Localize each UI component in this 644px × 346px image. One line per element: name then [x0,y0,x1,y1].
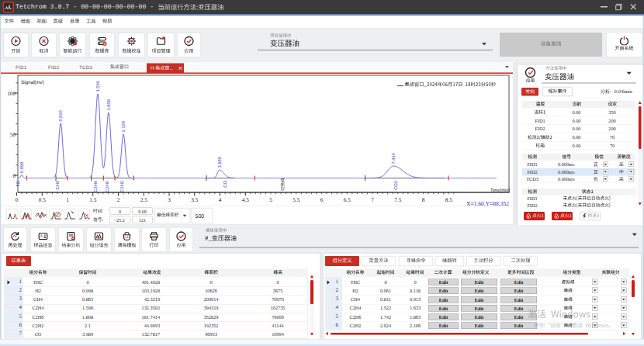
svg-text:2.100: 2.100 [122,121,126,132]
svg-text:C2H4: C2H4 [94,181,99,192]
svg-text:5.5: 5.5 [293,197,299,203]
svg-text:2.5: 2.5 [140,197,147,203]
svg-text:CO: CO [223,181,228,188]
svg-text:3.5: 3.5 [191,197,198,203]
svg-text:0.098: 0.098 [20,162,25,173]
svg-text:7.5: 7.5 [394,197,401,203]
svg-text:8: 8 [422,197,425,203]
svg-text:7.416: 7.416 [392,153,396,164]
svg-text:CO2: CO2 [394,181,399,190]
svg-text:1.596: 1.596 [96,81,101,92]
svg-text:6.5: 6.5 [344,197,351,203]
svg-text:5: 5 [269,197,272,203]
svg-text:4.5: 4.5 [242,197,249,203]
svg-text:3.989: 3.989 [218,157,223,168]
svg-text:50: 50 [10,132,16,138]
svg-text:C2H6: C2H6 [106,181,110,192]
svg-text:Signal[mv]: Signal[mv] [21,80,43,85]
svg-text:6: 6 [320,197,324,203]
svg-text:0.865: 0.865 [59,110,64,121]
svg-text:0: 0 [16,197,19,203]
svg-text:0.5: 0.5 [39,197,46,203]
svg-text:100: 100 [7,91,16,97]
svg-text:1.808: 1.808 [107,99,112,110]
svg-text:H2: H2 [16,181,21,186]
svg-text:C2H2: C2H2 [120,181,125,192]
svg-text:4: 4 [219,197,222,203]
svg-text:1.5: 1.5 [89,197,96,203]
svg-text:3: 3 [168,197,171,203]
svg-text:2: 2 [117,197,120,203]
svg-text:8.5: 8.5 [445,197,452,203]
svg-text:CH4: CH4 [56,181,61,190]
svg-text:7: 7 [371,197,374,203]
svg-text:1: 1 [66,197,69,203]
svg-text:Time[min]: Time[min] [490,189,510,193]
svg-text:0: 0 [12,173,16,179]
